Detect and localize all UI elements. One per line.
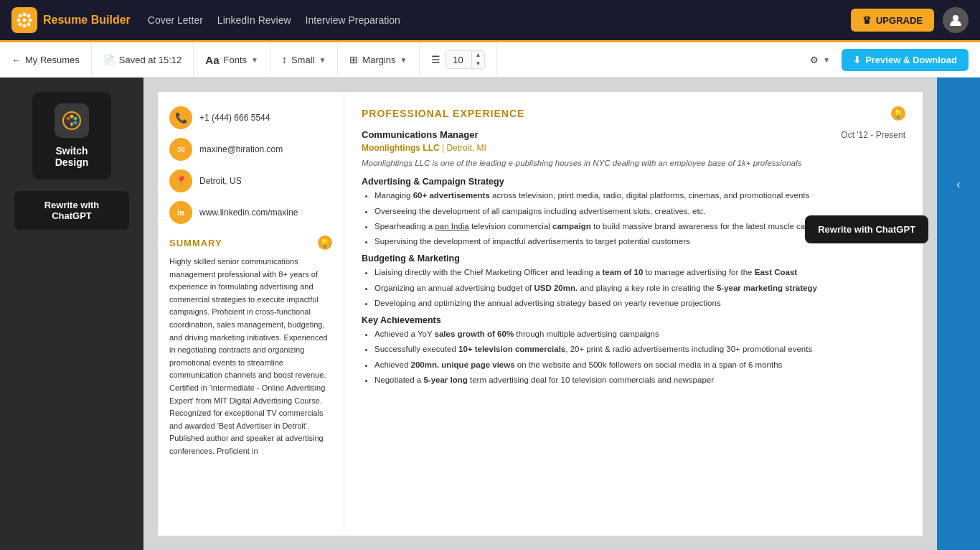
upgrade-button[interactable]: ♛ UPGRADE [851,9,934,32]
resume-area: 📞 +1 (444) 666 5544 ✉ maxine@hiration.co… [143,78,937,550]
subsection-title-0: Advertising & Campaign Strategy [362,177,905,187]
rewrite-chatgpt-button-left[interactable]: Rewrite with ChatGPT [14,191,129,230]
line-spacing-control[interactable]: ☰ 10 ▲ ▼ [420,42,498,77]
size-label: Small [291,55,315,65]
line-spacing-up[interactable]: ▲ [472,51,485,60]
size-control[interactable]: ↕ Small ▼ [270,42,338,77]
resume-left-column: 📞 +1 (444) 666 5544 ✉ maxine@hiration.co… [158,92,344,536]
preview-label: Preview & Download [865,55,957,65]
svg-point-13 [74,117,77,121]
summary-content: Highly skilled senior communications man… [169,256,332,458]
crown-icon: ♛ [862,14,872,26]
location-icon: 📍 [169,169,192,192]
summary-section-title: SUMMARY 💡 [169,236,332,250]
svg-point-3 [17,19,21,22]
svg-point-0 [19,14,22,18]
rewrite-chatgpt-panel-right[interactable]: Rewrite with ChatGPT [805,215,928,243]
settings-chevron-icon: ▼ [823,56,830,64]
summary-lightbulb-icon[interactable]: 💡 [318,236,332,250]
saved-time: Saved at 15:12 [119,55,182,65]
left-sidebar: Switch Design Rewrite with ChatGPT [0,78,143,550]
user-avatar[interactable] [943,7,969,33]
subsection-title-2: Key Achievements [362,315,905,325]
fonts-aa-icon: Aa [205,54,219,66]
collapse-panel-button[interactable]: ‹ [948,169,969,200]
upgrade-label: UPGRADE [876,15,923,26]
margins-chevron-icon: ▼ [400,56,407,64]
size-chevron-icon: ▼ [319,56,326,64]
save-icon: 📄 [103,55,115,65]
bullet-1-1: Organizing an annual advertising budget … [374,282,905,294]
nav-right-section: ♛ UPGRADE [851,7,969,33]
nav-links: Cover Letter LinkedIn Review Interview P… [148,14,400,26]
job-description: Moonlightings LLC is one of the leading … [362,157,905,169]
nav-interview-prep[interactable]: Interview Preparation [306,14,400,26]
contact-location: 📍 Detroit, US [169,169,332,192]
margins-control[interactable]: ⊞ Margins ▼ [338,42,419,77]
company-name: Moonlightings LLC [362,143,440,153]
settings-gear-icon: ⚙ [810,55,819,65]
resume-right-column: PROFESSIONAL EXPERIENCE 💡 Communications… [344,92,923,536]
svg-point-4 [23,19,27,22]
bullet-1-0: Liaising directly with the Chief Marketi… [374,266,905,279]
phone-text: +1 (444) 666 5544 [199,113,270,123]
svg-point-5 [29,19,32,22]
palette-icon [55,103,89,138]
svg-point-14 [74,121,77,125]
phone-icon: 📞 [169,106,192,129]
experience-lightbulb-icon[interactable]: 💡 [891,106,905,121]
company-location: Detroit, MI [446,143,486,153]
download-icon: ⬇ [853,55,861,65]
line-spacing-down[interactable]: ▼ [472,60,485,68]
line-spacing-icon: ☰ [431,54,440,65]
job-title-text: Communications Manager [362,129,479,140]
main-area: Switch Design Rewrite with ChatGPT 📞 +1 … [0,78,980,550]
subsection-bullets-1: Liaising directly with the Chief Marketi… [362,266,905,309]
svg-point-7 [23,24,27,28]
bullet-2-0: Achieved a YoY sales growth of 60% throu… [374,328,905,340]
fonts-chevron-icon: ▼ [251,56,258,64]
subsection-title-1: Budgeting & Marketing [362,253,905,264]
back-arrow-icon: ← [11,55,21,65]
prof-experience-title: PROFESSIONAL EXPERIENCE 💡 [362,106,905,121]
preview-download-button[interactable]: ⬇ Preview & Download [842,49,969,71]
nav-cover-letter[interactable]: Cover Letter [148,14,203,26]
top-navigation: Resume Builder Cover Letter LinkedIn Rev… [0,0,980,40]
job-header: Communications Manager Oct '12 - Present [362,129,905,140]
logo-container: Resume Builder [11,7,131,33]
toolbar: ← My Resumes 📄 Saved at 15:12 Aa Fonts ▼… [0,40,980,78]
brand-name: Resume Builder [43,14,131,27]
bullet-2-3: Negotiated a 5-year long term advertisin… [374,374,905,386]
line-spacing-input[interactable]: 10 ▲ ▼ [445,50,486,69]
margins-label: Margins [362,55,395,65]
contact-email: ✉ maxine@hiration.com [169,138,332,161]
chatgpt-panel-label: Rewrite with ChatGPT [818,224,915,235]
linkedin-icon: in [169,201,192,224]
svg-point-2 [27,14,31,18]
bullet-1-2: Developing and optimizing the annual adv… [374,297,905,309]
switch-design-label: Switch Design [47,145,97,168]
section-title-text: PROFESSIONAL EXPERIENCE [362,108,524,119]
svg-point-9 [953,15,958,21]
saved-status: 📄 Saved at 15:12 [92,42,194,77]
margins-icon: ⊞ [349,54,358,65]
svg-point-6 [19,23,22,27]
contact-linkedin: in www.linkedin.com/maxine [169,201,332,224]
nav-linkedin-review[interactable]: LinkedIn Review [217,14,291,26]
switch-design-button[interactable]: Switch Design [32,92,111,180]
svg-point-12 [70,115,74,118]
bullet-2-2: Achieved 200mn. unique page views on the… [374,359,905,371]
fonts-control[interactable]: Aa Fonts ▼ [194,42,270,77]
bullet-2-1: Successfully executed 10+ television com… [374,343,905,355]
right-sidebar: ‹ [937,78,980,550]
back-to-resumes[interactable]: ← My Resumes [11,42,92,77]
linkedin-text: www.linkedin.com/maxine [199,208,298,218]
line-spacing-arrows: ▲ ▼ [471,51,485,68]
contact-phone: 📞 +1 (444) 666 5544 [169,106,332,129]
my-resumes-label: My Resumes [25,55,80,65]
settings-control[interactable]: ⚙ ▼ [798,42,842,77]
logo-icon [11,7,37,33]
email-icon: ✉ [169,138,192,161]
line-spacing-value: 10 [446,52,471,68]
svg-point-1 [23,13,27,17]
